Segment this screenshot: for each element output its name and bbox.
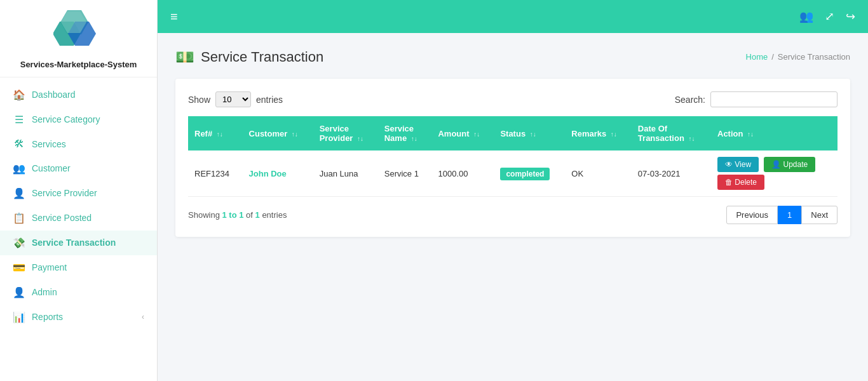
nav-label-service-provider: Service Provider	[32, 188, 97, 198]
sidebar-item-service-posted[interactable]: 📋 Service Posted	[0, 206, 157, 231]
search-area: Search:	[675, 91, 837, 107]
show-label: Show	[188, 95, 210, 105]
col-action: Action ↑↓	[711, 116, 837, 150]
nav-label-services: Services	[32, 139, 66, 149]
page-title-icon: 💵	[175, 48, 194, 66]
breadcrumb-current: Service Transaction	[778, 52, 850, 62]
pagination-area: Showing 1 to 1 of 1 entries Previous 1 N…	[188, 206, 837, 224]
topbar-right: 👥 ⤢ ↪	[799, 10, 855, 23]
entries-label: entries	[256, 95, 283, 105]
table-row: REF1234 John Doe Juan Luna Service 1 100…	[188, 150, 837, 197]
cell-remarks: OK	[565, 150, 632, 197]
nav-icon-service-posted: 📋	[13, 212, 25, 224]
cell-date: 07-03-2021	[632, 150, 711, 197]
col-service-provider: ServiceProvider ↑↓	[313, 116, 378, 150]
update-button[interactable]: 👤 Update	[764, 157, 815, 172]
cell-ref: REF1234	[188, 150, 243, 197]
logo-title: Services-Marketplace-System	[20, 60, 137, 70]
nav-label-service-transaction: Service Transaction	[32, 237, 116, 248]
logo-image	[53, 10, 104, 56]
content-area: 💵 Service Transaction Home / Service Tra…	[158, 33, 868, 381]
nav-icon-customer: 👥	[13, 163, 25, 175]
nav-label-admin: Admin	[32, 287, 57, 297]
nav-icon-service-provider: 👤	[13, 187, 25, 199]
next-button[interactable]: Next	[801, 206, 837, 224]
sidebar-item-customer[interactable]: 👥 Customer	[0, 156, 157, 181]
nav-icon-service-transaction: 💸	[13, 237, 25, 249]
cell-status: completed	[494, 150, 565, 197]
nav-icon-services: 🛠	[13, 138, 25, 150]
pagination-info: Showing 1 to 1 of 1 entries	[188, 210, 287, 220]
col-amount: Amount ↑↓	[431, 116, 494, 150]
col-status: Status ↑↓	[494, 116, 565, 150]
nav-label-customer: Customer	[32, 163, 71, 173]
col-ref: Ref# ↑↓	[188, 116, 243, 150]
col-service-name: ServiceName ↑↓	[378, 116, 432, 150]
nav-label-service-category: Service Category	[32, 114, 100, 124]
nav-arrow-reports: ‹	[142, 312, 144, 321]
col-customer: Customer ↑↓	[243, 116, 313, 150]
breadcrumb-home[interactable]: Home	[746, 52, 768, 62]
cell-amount: 1000.00	[431, 150, 494, 197]
col-remarks: Remarks ↑↓	[565, 116, 632, 150]
topbar: ≡ 👥 ⤢ ↪	[158, 0, 868, 33]
nav-icon-payment: 💳	[13, 262, 25, 274]
sidebar-item-admin[interactable]: 👤 Admin	[0, 280, 157, 305]
logout-icon[interactable]: ↪	[846, 10, 855, 23]
col-date: Date OfTransaction ↑↓	[632, 116, 711, 150]
page-header: 💵 Service Transaction Home / Service Tra…	[175, 48, 850, 66]
hamburger-icon[interactable]: ≡	[170, 10, 178, 24]
show-entries: Show 10 25 50 100 entries	[188, 91, 283, 107]
table-body: REF1234 John Doe Juan Luna Service 1 100…	[188, 150, 837, 197]
view-button[interactable]: 👁 View	[717, 157, 759, 172]
breadcrumb-sep: /	[771, 52, 774, 62]
sidebar: Services-Marketplace-System 🏠 Dashboard …	[0, 0, 158, 381]
entries-select[interactable]: 10 25 50 100	[215, 91, 251, 107]
action-cell: 👁 View 👤 Update 🗑 Delete	[717, 157, 831, 190]
sidebar-item-services[interactable]: 🛠 Services	[0, 132, 157, 156]
user-icon[interactable]: 👥	[799, 10, 813, 23]
search-input[interactable]	[710, 91, 837, 107]
expand-icon[interactable]: ⤢	[825, 10, 834, 23]
cell-customer: John Doe	[243, 150, 313, 197]
nav-label-dashboard: Dashboard	[32, 90, 76, 100]
logo-area: Services-Marketplace-System	[0, 0, 157, 77]
sidebar-item-reports[interactable]: 📊 Reports ‹	[0, 305, 157, 330]
cell-service-name: Service 1	[378, 150, 432, 197]
page-title-area: 💵 Service Transaction	[175, 48, 323, 66]
nav-icon-reports: 📊	[13, 311, 25, 323]
status-badge: completed	[500, 168, 550, 180]
nav-label-payment: Payment	[32, 262, 67, 272]
pagination-total: 1	[255, 210, 260, 220]
transactions-table: Ref# ↑↓ Customer ↑↓ ServiceProvider ↑↓ S…	[188, 116, 837, 197]
sidebar-item-payment[interactable]: 💳 Payment	[0, 255, 157, 280]
main-card: Show 10 25 50 100 entries Search:	[175, 79, 850, 237]
table-controls: Show 10 25 50 100 entries Search:	[188, 91, 837, 107]
action-row1: 👁 View 👤 Update	[717, 157, 815, 172]
page-title: Service Transaction	[201, 49, 323, 65]
nav-icon-dashboard: 🏠	[13, 89, 25, 101]
page-1-button[interactable]: 1	[778, 206, 801, 224]
nav-label-service-posted: Service Posted	[32, 213, 92, 223]
pagination-range: 1 to 1	[222, 210, 243, 220]
table-header-row: Ref# ↑↓ Customer ↑↓ ServiceProvider ↑↓ S…	[188, 116, 837, 150]
sidebar-item-service-category[interactable]: ☰ Service Category	[0, 107, 157, 132]
sidebar-item-dashboard[interactable]: 🏠 Dashboard	[0, 83, 157, 107]
pagination-buttons: Previous 1 Next	[726, 206, 837, 224]
sidebar-item-service-transaction[interactable]: 💸 Service Transaction	[0, 231, 157, 255]
nav-icon-admin: 👤	[13, 286, 25, 298]
topbar-left: ≡	[170, 10, 178, 24]
cell-service-provider: Juan Luna	[313, 150, 378, 197]
sidebar-item-service-provider[interactable]: 👤 Service Provider	[0, 181, 157, 206]
cell-action: 👁 View 👤 Update 🗑 Delete	[711, 150, 837, 197]
nav-icon-service-category: ☰	[13, 114, 25, 126]
nav-label-reports: Reports	[32, 312, 63, 322]
prev-button[interactable]: Previous	[726, 206, 778, 224]
breadcrumb: Home / Service Transaction	[746, 52, 850, 62]
nav-list: 🏠 Dashboard ☰ Service Category 🛠 Service…	[0, 77, 157, 381]
main-area: ≡ 👥 ⤢ ↪ 💵 Service Transaction Home / Ser…	[158, 0, 868, 381]
delete-button[interactable]: 🗑 Delete	[717, 175, 764, 190]
search-label: Search:	[675, 95, 705, 105]
